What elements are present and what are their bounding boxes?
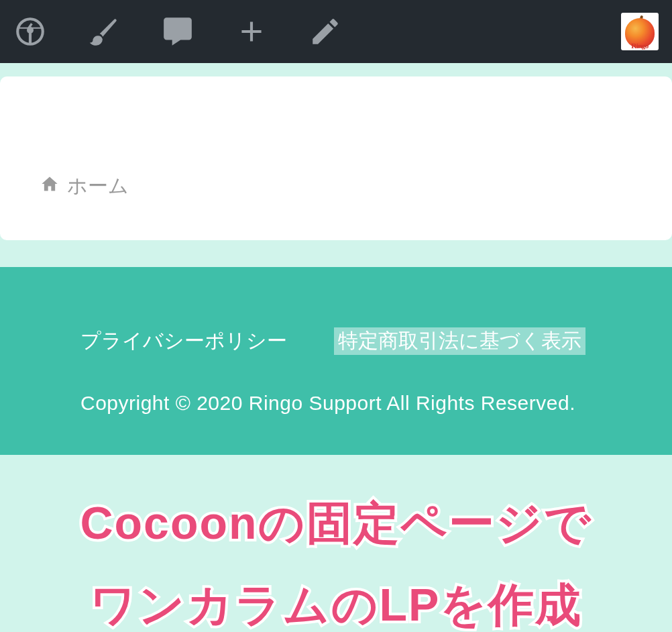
home-icon[interactable] <box>40 174 59 198</box>
content-card: ホーム <box>0 76 672 240</box>
plus-icon[interactable] <box>235 15 268 48</box>
overlay-line-1: Cocoonの固定ページで <box>0 482 672 564</box>
overlay-line-2: ワンカラムのLPを作成 <box>0 564 672 632</box>
comment-icon[interactable] <box>161 15 194 48</box>
annotation-overlay: Cocoonの固定ページで ワンカラムのLPを作成 <box>0 482 672 632</box>
brush-icon[interactable] <box>87 15 121 48</box>
breadcrumb: ホーム <box>40 172 632 200</box>
site-footer: プライバシーポリシー 特定商取引法に基づく表示 Copyright © 2020… <box>0 267 672 455</box>
footer-link-commerce-law[interactable]: 特定商取引法に基づく表示 <box>334 327 585 355</box>
copyright-text: Copyright © 2020 Ringo Support All Right… <box>80 392 592 415</box>
edit-icon[interactable] <box>309 15 342 48</box>
footer-links: プライバシーポリシー 特定商取引法に基づく表示 <box>80 327 592 355</box>
wp-admin-bar: Ringo <box>0 0 672 63</box>
adminbar-left <box>13 15 621 48</box>
dashboard-icon[interactable] <box>13 15 47 48</box>
breadcrumb-home-label[interactable]: ホーム <box>67 172 129 200</box>
user-avatar[interactable]: Ringo <box>621 13 659 50</box>
avatar-label: Ringo <box>621 42 659 50</box>
footer-link-privacy[interactable]: プライバシーポリシー <box>80 327 287 355</box>
